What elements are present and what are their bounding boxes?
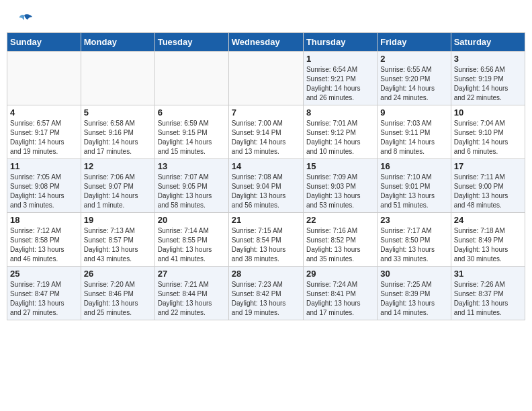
- day-info-text: Sunrise: 7:00 AM Sunset: 9:14 PM Dayligh…: [232, 119, 300, 156]
- day-info-text: Sunrise: 7:17 AM Sunset: 8:50 PM Dayligh…: [380, 226, 447, 264]
- day-number: 12: [84, 161, 152, 171]
- day-cell: 8Sunrise: 7:01 AM Sunset: 9:12 PM Daylig…: [303, 105, 377, 159]
- day-number: 26: [84, 269, 152, 279]
- day-cell: 27Sunrise: 7:21 AM Sunset: 8:44 PM Dayli…: [154, 267, 228, 320]
- day-cell: 21Sunrise: 7:15 AM Sunset: 8:54 PM Dayli…: [228, 213, 303, 267]
- day-number: 4: [10, 107, 78, 118]
- day-info-text: Sunrise: 7:05 AM Sunset: 9:08 PM Dayligh…: [10, 173, 78, 210]
- day-number: 1: [306, 54, 374, 64]
- day-cell: 24Sunrise: 7:18 AM Sunset: 8:49 PM Dayli…: [451, 213, 525, 267]
- day-number: 17: [454, 161, 522, 171]
- page-header: [7, 7, 525, 30]
- day-number: 22: [306, 215, 374, 225]
- day-info-text: Sunrise: 6:56 AM Sunset: 9:19 PM Dayligh…: [454, 65, 522, 103]
- day-info-text: Sunrise: 7:11 AM Sunset: 9:00 PM Dayligh…: [454, 173, 522, 210]
- day-header-saturday: Saturday: [451, 33, 525, 52]
- day-cell: [228, 52, 303, 105]
- day-cell: 15Sunrise: 7:09 AM Sunset: 9:03 PM Dayli…: [303, 159, 377, 213]
- day-cell: 14Sunrise: 7:08 AM Sunset: 9:04 PM Dayli…: [228, 159, 303, 213]
- day-info-text: Sunrise: 7:16 AM Sunset: 8:52 PM Dayligh…: [306, 226, 374, 264]
- day-number: 6: [158, 107, 226, 118]
- day-info-text: Sunrise: 7:23 AM Sunset: 8:42 PM Dayligh…: [232, 280, 300, 318]
- day-number: 29: [306, 269, 374, 279]
- week-row-4: 18Sunrise: 7:12 AM Sunset: 8:58 PM Dayli…: [7, 213, 525, 267]
- day-number: 31: [454, 269, 522, 279]
- day-number: 27: [158, 269, 226, 279]
- day-number: 24: [454, 215, 522, 225]
- day-info-text: Sunrise: 7:08 AM Sunset: 9:04 PM Dayligh…: [232, 173, 300, 210]
- day-number: 30: [380, 269, 447, 279]
- day-header-tuesday: Tuesday: [154, 33, 228, 52]
- day-info-text: Sunrise: 7:24 AM Sunset: 8:41 PM Dayligh…: [306, 280, 374, 318]
- day-number: 25: [10, 269, 78, 279]
- day-info-text: Sunrise: 7:18 AM Sunset: 8:49 PM Dayligh…: [454, 226, 522, 264]
- day-info-text: Sunrise: 7:26 AM Sunset: 8:37 PM Dayligh…: [454, 280, 522, 318]
- day-cell: 11Sunrise: 7:05 AM Sunset: 9:08 PM Dayli…: [7, 159, 81, 213]
- day-cell: 3Sunrise: 6:56 AM Sunset: 9:19 PM Daylig…: [451, 52, 525, 105]
- day-cell: 16Sunrise: 7:10 AM Sunset: 9:01 PM Dayli…: [378, 159, 451, 213]
- day-header-friday: Friday: [378, 33, 451, 52]
- day-header-monday: Monday: [81, 33, 154, 52]
- day-cell: 23Sunrise: 7:17 AM Sunset: 8:50 PM Dayli…: [378, 213, 451, 267]
- days-header-row: SundayMondayTuesdayWednesdayThursdayFrid…: [7, 33, 525, 52]
- logo-bird-icon: [15, 12, 34, 31]
- day-cell: [154, 52, 228, 105]
- week-row-1: 1Sunrise: 6:54 AM Sunset: 9:21 PM Daylig…: [7, 52, 525, 105]
- day-number: 2: [380, 54, 447, 64]
- day-number: 16: [380, 161, 447, 171]
- day-cell: 31Sunrise: 7:26 AM Sunset: 8:37 PM Dayli…: [451, 267, 525, 320]
- day-info-text: Sunrise: 7:13 AM Sunset: 8:57 PM Dayligh…: [84, 226, 152, 264]
- day-cell: 29Sunrise: 7:24 AM Sunset: 8:41 PM Dayli…: [303, 267, 377, 320]
- day-cell: 30Sunrise: 7:25 AM Sunset: 8:39 PM Dayli…: [378, 267, 451, 320]
- day-cell: 10Sunrise: 7:04 AM Sunset: 9:10 PM Dayli…: [451, 105, 525, 159]
- day-number: 13: [158, 161, 226, 171]
- day-info-text: Sunrise: 7:03 AM Sunset: 9:11 PM Dayligh…: [380, 119, 447, 156]
- day-info-text: Sunrise: 6:55 AM Sunset: 9:20 PM Dayligh…: [380, 65, 447, 103]
- day-info-text: Sunrise: 7:10 AM Sunset: 9:01 PM Dayligh…: [380, 173, 447, 210]
- day-number: 8: [306, 107, 374, 118]
- day-cell: [81, 52, 154, 105]
- day-cell: 5Sunrise: 6:58 AM Sunset: 9:16 PM Daylig…: [81, 105, 154, 159]
- day-cell: 22Sunrise: 7:16 AM Sunset: 8:52 PM Dayli…: [303, 213, 377, 267]
- day-cell: 2Sunrise: 6:55 AM Sunset: 9:20 PM Daylig…: [378, 52, 451, 105]
- day-info-text: Sunrise: 7:25 AM Sunset: 8:39 PM Dayligh…: [380, 280, 447, 318]
- day-cell: 18Sunrise: 7:12 AM Sunset: 8:58 PM Dayli…: [7, 213, 81, 267]
- day-number: 28: [232, 269, 300, 279]
- day-number: 14: [232, 161, 300, 171]
- day-header-thursday: Thursday: [303, 33, 377, 52]
- day-cell: 12Sunrise: 7:06 AM Sunset: 9:07 PM Dayli…: [81, 159, 154, 213]
- day-cell: 6Sunrise: 6:59 AM Sunset: 9:15 PM Daylig…: [154, 105, 228, 159]
- day-number: 11: [10, 161, 78, 171]
- day-info-text: Sunrise: 7:21 AM Sunset: 8:44 PM Dayligh…: [158, 280, 226, 318]
- day-number: 10: [454, 107, 522, 118]
- day-number: 3: [454, 54, 522, 64]
- day-cell: 17Sunrise: 7:11 AM Sunset: 9:00 PM Dayli…: [451, 159, 525, 213]
- day-info-text: Sunrise: 7:07 AM Sunset: 9:05 PM Dayligh…: [158, 173, 226, 210]
- day-number: 18: [10, 215, 78, 225]
- day-cell: 4Sunrise: 6:57 AM Sunset: 9:17 PM Daylig…: [7, 105, 81, 159]
- day-header-sunday: Sunday: [7, 33, 81, 52]
- day-number: 7: [232, 107, 300, 118]
- day-info-text: Sunrise: 7:09 AM Sunset: 9:03 PM Dayligh…: [306, 173, 374, 210]
- day-header-wednesday: Wednesday: [228, 33, 303, 52]
- day-cell: 20Sunrise: 7:14 AM Sunset: 8:55 PM Dayli…: [154, 213, 228, 267]
- day-info-text: Sunrise: 7:14 AM Sunset: 8:55 PM Dayligh…: [158, 226, 226, 264]
- week-row-5: 25Sunrise: 7:19 AM Sunset: 8:47 PM Dayli…: [7, 267, 525, 320]
- day-info-text: Sunrise: 6:59 AM Sunset: 9:15 PM Dayligh…: [158, 119, 226, 156]
- calendar-table: SundayMondayTuesdayWednesdayThursdayFrid…: [7, 32, 525, 320]
- day-cell: 13Sunrise: 7:07 AM Sunset: 9:05 PM Dayli…: [154, 159, 228, 213]
- logo: [13, 12, 34, 27]
- day-cell: 7Sunrise: 7:00 AM Sunset: 9:14 PM Daylig…: [228, 105, 303, 159]
- day-number: 21: [232, 215, 300, 225]
- week-row-2: 4Sunrise: 6:57 AM Sunset: 9:17 PM Daylig…: [7, 105, 525, 159]
- day-info-text: Sunrise: 7:06 AM Sunset: 9:07 PM Dayligh…: [84, 173, 152, 210]
- day-cell: 25Sunrise: 7:19 AM Sunset: 8:47 PM Dayli…: [7, 267, 81, 320]
- day-info-text: Sunrise: 6:58 AM Sunset: 9:16 PM Dayligh…: [84, 119, 152, 156]
- day-number: 23: [380, 215, 447, 225]
- day-info-text: Sunrise: 7:04 AM Sunset: 9:10 PM Dayligh…: [454, 119, 522, 156]
- day-info-text: Sunrise: 7:19 AM Sunset: 8:47 PM Dayligh…: [10, 280, 78, 318]
- day-number: 20: [158, 215, 226, 225]
- day-cell: 1Sunrise: 6:54 AM Sunset: 9:21 PM Daylig…: [303, 52, 377, 105]
- day-cell: 26Sunrise: 7:20 AM Sunset: 8:46 PM Dayli…: [81, 267, 154, 320]
- day-info-text: Sunrise: 7:15 AM Sunset: 8:54 PM Dayligh…: [232, 226, 300, 264]
